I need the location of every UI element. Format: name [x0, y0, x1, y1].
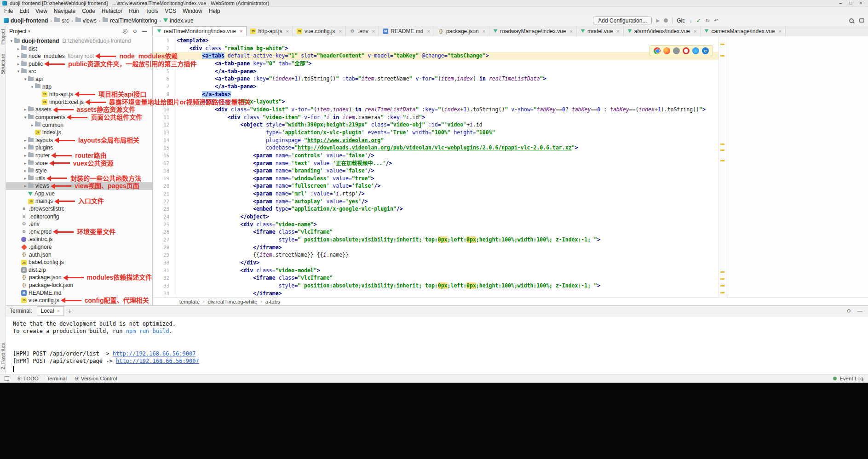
- code-editor[interactable]: 1234567891011121314151617181920212223242…: [153, 36, 726, 297]
- minimize-icon[interactable]: —: [857, 308, 862, 314]
- close-icon[interactable]: ×: [483, 29, 485, 34]
- code-line[interactable]: </a-tabs>: [153, 91, 726, 98]
- debug-icon[interactable]: [664, 18, 668, 23]
- breadcrumb-item-index-vue[interactable]: index.vue: [163, 17, 193, 24]
- close-button[interactable]: ×: [859, 0, 862, 6]
- breadcrumb-item-src[interactable]: src: [54, 17, 69, 24]
- chevron-right-icon[interactable]: ▸: [16, 60, 21, 68]
- line-number[interactable]: 31: [153, 267, 176, 275]
- line-number[interactable]: 28: [153, 244, 176, 252]
- line-number[interactable]: 27: [153, 236, 176, 244]
- close-icon[interactable]: ×: [372, 29, 375, 34]
- screenshot-icon[interactable]: [859, 18, 864, 23]
- gear-icon[interactable]: ⚙: [132, 29, 137, 34]
- chevron-right-icon[interactable]: ▸: [16, 52, 21, 60]
- project-panel-title[interactable]: Project: [9, 28, 26, 34]
- close-icon[interactable]: ×: [570, 29, 573, 34]
- line-number[interactable]: 5: [153, 68, 176, 75]
- code-line[interactable]: <param name='controls' value='false'/>: [153, 152, 726, 160]
- code-line[interactable]: <div class="realTime bg-white">: [153, 45, 726, 52]
- tree-item-main-js[interactable]: JSmain.js入口文件: [6, 197, 152, 205]
- line-number[interactable]: 24: [153, 213, 176, 221]
- code-line[interactable]: <param name='windowless' value="true">: [153, 175, 726, 183]
- code-line[interactable]: <param name='branding' value='false'/>: [153, 167, 726, 175]
- terminal-link[interactable]: http://192.168.66.56:9007: [113, 350, 196, 357]
- breadcrumb-item-views[interactable]: views: [75, 17, 97, 24]
- code-line[interactable]: <iframe class="vlcIframe": [153, 228, 726, 236]
- chevron-down-icon[interactable]: ▾: [29, 83, 35, 91]
- close-icon[interactable]: ×: [240, 29, 242, 34]
- add-configuration-button[interactable]: Add Configuration...: [593, 17, 652, 24]
- code-line[interactable]: <a-tabs default-active-key="1" slot="hea…: [153, 52, 726, 60]
- firefox-icon[interactable]: [663, 47, 670, 54]
- line-number[interactable]: 16: [153, 152, 176, 160]
- menu-run[interactable]: Run: [126, 8, 142, 14]
- line-number[interactable]: 22: [153, 198, 176, 206]
- chevron-down-icon[interactable]: ▾: [23, 75, 28, 83]
- line-number[interactable]: 7: [153, 83, 176, 91]
- line-number[interactable]: 20: [153, 182, 176, 190]
- tree-item-importexcel-js[interactable]: JSimportExcel.js暴露环境变量地址给图片or视频资源路径变量相关: [6, 98, 152, 106]
- chevron-right-icon[interactable]: ▸: [23, 152, 28, 160]
- toolwindow-button-structure[interactable]: Structure: [0, 54, 6, 75]
- close-icon[interactable]: ×: [778, 29, 781, 34]
- code-line[interactable]: </object>: [153, 213, 726, 221]
- code-line[interactable]: pluginspage="http://www.videolan.org": [153, 137, 726, 144]
- line-number[interactable]: 12: [153, 121, 176, 129]
- tree-item-layouts[interactable]: ▸layoutslayouts全局布局相关: [6, 137, 152, 144]
- tree-item-utils[interactable]: ▸utils封装的一些公共函数方法: [6, 175, 152, 183]
- terminal-output[interactable]: Note that the development build is not o…: [6, 316, 868, 373]
- tree-item-package-lock-json[interactable]: {}package-lock.json: [6, 281, 152, 289]
- menu-navigate[interactable]: Navigate: [51, 8, 79, 14]
- chevron-right-icon[interactable]: ▸: [23, 167, 28, 175]
- tree-item-index-js[interactable]: JSindex.js: [6, 129, 152, 137]
- minimize-button[interactable]: –: [839, 0, 842, 6]
- menu-help[interactable]: Help: [206, 8, 224, 14]
- line-number[interactable]: 19: [153, 175, 176, 183]
- line-number[interactable]: 10: [153, 106, 176, 114]
- tree-item-eslintrc-js[interactable]: .eslintrc.js: [6, 235, 152, 243]
- tree-item-assets[interactable]: ▸assetsassets静态资源文件: [6, 106, 152, 114]
- code-line[interactable]: <param name='fullscreen' value='false'/>: [153, 182, 726, 190]
- menu-window[interactable]: Window: [179, 8, 206, 14]
- tree-item-node-modules[interactable]: ▸node_moduleslibrary rootnode_modules依赖: [6, 52, 152, 60]
- terminal-link[interactable]: http://192.168.66.56:9007: [116, 358, 199, 364]
- code-line[interactable]: <div class="video-model">: [153, 267, 726, 275]
- line-number[interactable]: 30: [153, 259, 176, 267]
- code-line[interactable]: </a-tab-pane>: [153, 83, 726, 91]
- breadcrumb-a-tabs[interactable]: a-tabs: [265, 299, 280, 304]
- status-terminal[interactable]: Terminal: [47, 376, 67, 381]
- close-icon[interactable]: ×: [286, 29, 288, 34]
- line-number[interactable]: 32: [153, 274, 176, 282]
- tree-item-router[interactable]: ▸routerrouter路由: [6, 152, 152, 160]
- breadcrumb-item-duoji-frontend[interactable]: duoji-frontend: [4, 17, 48, 24]
- chevron-down-icon[interactable]: ▾: [28, 29, 30, 34]
- tree-item-package-json[interactable]: {}package.jsonmodules依赖描述文件: [6, 274, 152, 281]
- tree-item-app-vue[interactable]: App.vue: [6, 190, 152, 198]
- chevron-right-icon[interactable]: ▸: [23, 137, 28, 144]
- tab-package-json[interactable]: {}package.json×: [434, 26, 489, 36]
- menu-edit[interactable]: Edit: [16, 8, 32, 14]
- line-number[interactable]: 18: [153, 167, 176, 175]
- tab-http-api-js[interactable]: JShttp-api.js×: [247, 26, 293, 36]
- code-line[interactable]: <a-tab-pane key="0" tab="全部">: [153, 60, 726, 68]
- tree-item-public[interactable]: ▸publicpublic资源文件夹，一般放引用的第三方插件: [6, 60, 152, 68]
- tree-item-babel-config-js[interactable]: JSbabel.config.js: [6, 258, 152, 266]
- chrome-icon[interactable]: [654, 47, 661, 54]
- breadcrumb-template[interactable]: template: [179, 299, 200, 304]
- close-icon[interactable]: ×: [694, 29, 696, 34]
- tree-item-vue-config-js[interactable]: JSvue.config.jsconfig配置、代理相关: [6, 297, 152, 304]
- commit-icon[interactable]: ✓: [696, 17, 701, 24]
- terminal-tab-local[interactable]: Local ×: [37, 306, 64, 316]
- chevron-down-icon[interactable]: ▾: [23, 114, 28, 121]
- menu-file[interactable]: File: [1, 8, 16, 14]
- line-number[interactable]: 2: [153, 45, 176, 52]
- chevron-right-icon[interactable]: ▸: [29, 121, 35, 129]
- toolwindow-button-project[interactable]: Project: [0, 29, 6, 45]
- maximize-button[interactable]: □: [849, 0, 852, 6]
- line-number[interactable]: 6: [153, 75, 176, 83]
- chevron-right-icon[interactable]: ▸: [23, 160, 28, 167]
- breadcrumb-div-realtime-bg-white[interactable]: div.realTime.bg-white: [207, 299, 257, 304]
- chevron-right-icon[interactable]: ▸: [23, 144, 28, 152]
- default-icon[interactable]: [673, 47, 680, 54]
